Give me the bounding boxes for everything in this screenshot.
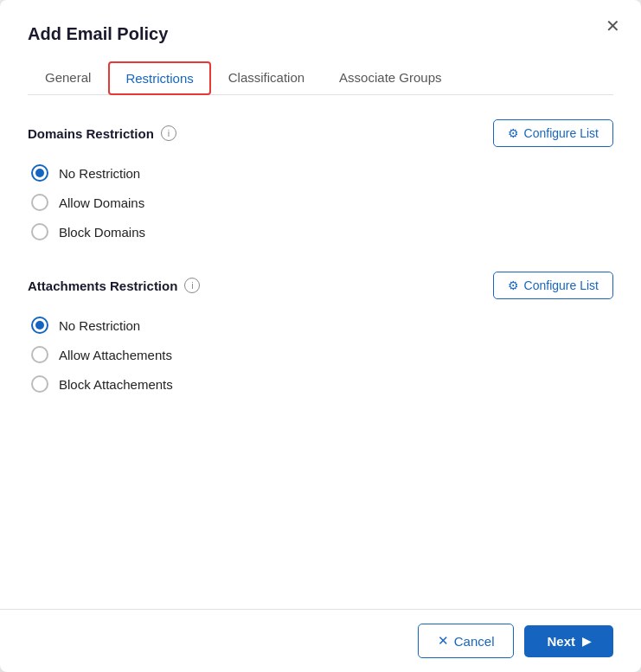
next-arrow-icon: ▶	[582, 635, 591, 648]
cancel-x-icon: ✕	[438, 633, 449, 649]
domains-allow-label: Allow Domains	[59, 195, 144, 210]
domains-block-option[interactable]: Block Domains	[31, 223, 613, 240]
modal-header: Add Email Policy ✕ General Restrictions …	[0, 0, 641, 95]
domains-configure-label: Configure List	[524, 126, 599, 140]
tab-general[interactable]: General	[28, 61, 108, 95]
domains-radio-group: No Restriction Allow Domains Block Domai…	[28, 164, 613, 240]
attachments-configure-button[interactable]: ⚙ Configure List	[493, 272, 613, 299]
attachments-section-header: Attachments Restriction i ⚙ Configure Li…	[28, 272, 613, 299]
attachments-section-title: Attachments Restriction	[28, 278, 177, 293]
attachments-no-restriction-radio[interactable]	[31, 317, 48, 334]
configure-list-icon: ⚙	[508, 126, 519, 140]
tab-restrictions[interactable]: Restrictions	[108, 61, 210, 95]
domains-allow-radio[interactable]	[31, 194, 48, 211]
modal: Add Email Policy ✕ General Restrictions …	[0, 0, 641, 672]
domains-no-restriction-radio[interactable]	[31, 164, 48, 182]
domains-info-icon: i	[161, 125, 176, 141]
domains-no-restriction-option[interactable]: No Restriction	[31, 164, 613, 182]
attachments-radio-group: No Restriction Allow Attachements Block …	[28, 317, 613, 393]
domains-configure-button[interactable]: ⚙ Configure List	[493, 119, 613, 147]
attachments-restriction-section: Attachments Restriction i ⚙ Configure Li…	[28, 272, 613, 393]
attachments-info-icon: i	[184, 278, 200, 293]
domains-restriction-section: Domains Restriction i ⚙ Configure List N…	[28, 119, 613, 240]
domains-allow-option[interactable]: Allow Domains	[31, 194, 613, 211]
attachments-block-radio[interactable]	[31, 375, 48, 393]
attachments-allow-label: Allow Attachements	[59, 348, 172, 362]
modal-title: Add Email Policy	[28, 24, 613, 44]
domains-no-restriction-label: No Restriction	[59, 166, 140, 181]
next-label: Next	[547, 634, 575, 649]
attachments-block-label: Block Attachements	[59, 377, 173, 392]
tab-associate-groups[interactable]: Associate Groups	[322, 61, 458, 95]
domains-section-header: Domains Restriction i ⚙ Configure List	[28, 119, 613, 147]
domains-block-radio[interactable]	[31, 223, 48, 240]
cancel-button[interactable]: ✕ Cancel	[418, 624, 515, 658]
attachments-allow-option[interactable]: Allow Attachements	[31, 346, 613, 363]
modal-body: Domains Restriction i ⚙ Configure List N…	[0, 95, 641, 609]
close-button[interactable]: ✕	[606, 17, 620, 35]
cancel-label: Cancel	[454, 634, 495, 649]
attachments-allow-radio[interactable]	[31, 346, 48, 363]
domains-section-title: Domains Restriction	[28, 126, 154, 141]
modal-footer: ✕ Cancel Next ▶	[0, 609, 641, 672]
attachments-no-restriction-label: No Restriction	[59, 318, 140, 333]
attachments-configure-label: Configure List	[524, 278, 599, 292]
tab-bar: General Restrictions Classification Asso…	[28, 61, 613, 95]
domains-title-group: Domains Restriction i	[28, 125, 176, 141]
domains-block-label: Block Domains	[59, 225, 145, 240]
attachments-no-restriction-option[interactable]: No Restriction	[31, 317, 613, 334]
tab-classification[interactable]: Classification	[211, 61, 322, 95]
next-button[interactable]: Next ▶	[524, 625, 613, 657]
attachments-configure-list-icon: ⚙	[508, 278, 519, 292]
attachments-block-option[interactable]: Block Attachements	[31, 375, 613, 393]
attachments-title-group: Attachments Restriction i	[28, 278, 200, 293]
